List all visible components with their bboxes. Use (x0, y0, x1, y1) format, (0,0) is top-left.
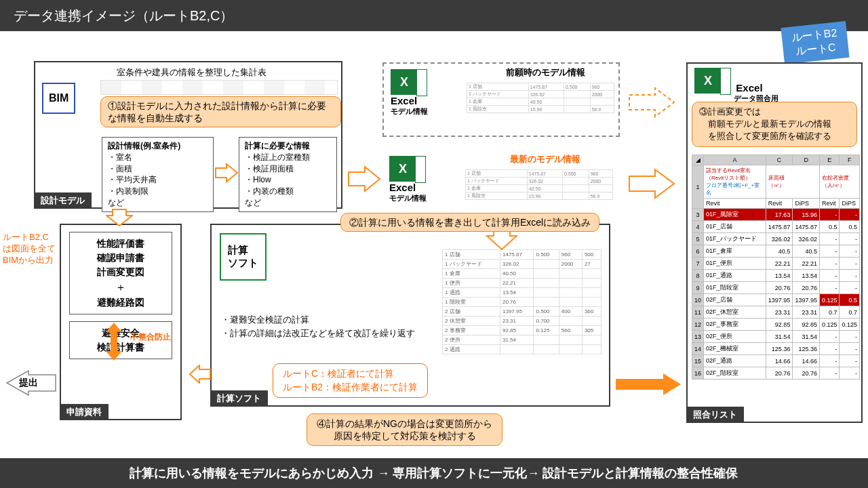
table-row: 301F_風除室17.6315.96-- (692, 209, 860, 221)
calc-box: 計算 ソフト (220, 233, 267, 281)
doc-box-1b: 避難経路図 (75, 296, 166, 310)
info2-title: 計算に必要な情報 (245, 141, 310, 150)
slide-footer: 計算に用いる情報をモデルにあらかじめ入力 → 専用計算ソフトに一元化→ 設計モデ… (0, 458, 868, 488)
info2-items: ・検証上の室種類 ・検証用面積 ・Hlow ・内装の種類 など (245, 152, 331, 209)
table-row: 1302F_便所31.5431.54-- (692, 331, 860, 343)
table-row: 901F_階段室20.7620.76-- (692, 282, 860, 294)
bim-subtitle: 室条件や建具の情報を整理した集計表 (117, 66, 267, 79)
sh0: Revit (704, 199, 766, 209)
verify-panel: X Excel データ照合用 ③計画変更では 前願モデルと最新モデルの情報 を照… (686, 62, 863, 423)
table-row: 1502F_通路14.6614.66-- (692, 355, 860, 367)
arrow-latest-to-verify (628, 168, 675, 199)
submit-label: 提出 (4, 369, 58, 396)
bim-table-thumb (100, 80, 338, 95)
excel-icon: X (694, 68, 722, 94)
doc-box-1-text: 性能評価書 確認申請書 計画変更図 (75, 237, 166, 279)
excel-sub2: モデル情報 (389, 193, 427, 203)
callout-3: ルートC：検証者にて計算 ルートB2：検証作業者にて計算 (273, 363, 428, 398)
callout-1: ①設計モデルに入力された設計情報から計算に必要な情報を自動生成する (100, 96, 341, 127)
excel-latest-box: X Excel モデル情報 最新のモデル情報 1 店舗1475.870.5009… (382, 150, 620, 221)
side-note: ルートB2,C は図面を全て BIMから出力 (3, 232, 56, 266)
callout-4: ④計算の結果がNGの場合は変更箇所から 原因を特定して対応策を検討する (307, 413, 502, 446)
excel-prev-box: X Excel モデル情報 前願時のモデル情報 1 店舗1475.870.500… (382, 62, 620, 137)
excel-prev-mini: 1 店舗1475.870.500960 1 バックヤード326.022000 1… (467, 83, 614, 113)
arrow-updown (102, 321, 126, 362)
table-row: 601F_倉庫40.540.5-- (692, 245, 860, 258)
verify-table: ◢ ACDEF 1 該当するRevit室名 （Revitリスト順）フロア番号2桁… (692, 155, 860, 380)
arrow-prev-to-verify (628, 87, 675, 118)
vh1: 該当するRevit室名 （Revitリスト順） (706, 167, 751, 181)
info-box-design: 設計情報(例.室条件) ・室名 ・面積 ・平均天井高 ・内装制限 など (102, 137, 214, 212)
arrow-calc-to-verify (614, 373, 682, 396)
slide-header: データ連携イメージ（ルートB2,C） (0, 0, 868, 31)
info-box-calc: 計算に必要な情報 ・検証上の室種類 ・検証用面積 ・Hlow ・内装の種類 など (239, 137, 337, 212)
vh1b: フロア番号2桁+F_+室名 (706, 182, 760, 196)
bim-box: BIM (42, 83, 75, 114)
doc-plus: ＋ (75, 279, 166, 296)
table-row: 801F_通路13.5413.54-- (692, 270, 860, 282)
table-row: 501F_バックヤード326.02326.02-- (692, 233, 860, 245)
calc-panel-label: 計算ソフト (210, 390, 268, 407)
info1-items: ・室名 ・面積 ・平均天井高 ・内装制限 など (108, 152, 208, 209)
sh3: Revit (819, 199, 840, 209)
sh1: Revit (766, 199, 793, 209)
bim-panel-label: 設計モデル (34, 192, 92, 209)
vh3: 在館者密度 （人/㎡） (822, 175, 849, 188)
calc-panel: 計算 ソフト ②計算に用いる情報を書き出して計算用Excelに読み込み ・避難安… (210, 224, 610, 407)
callout-5: ③計画変更では 前願モデルと最新モデルの情報 を照合して変更箇所を確認する (692, 102, 857, 147)
table-row: 1102F_休憩室23.3123.310.70.7 (692, 306, 860, 319)
arrow-bim-to-excel (347, 165, 381, 192)
table-row: 401F_店舗1475.871475.870.50.5 (692, 221, 860, 233)
slide-title: データ連携イメージ（ルートB2,C） (14, 7, 233, 25)
excel-sub: モデル情報 (391, 106, 428, 117)
table-row: 1402F_機械室125.36125.36-- (692, 343, 860, 355)
bim-panel: BIM 室条件や建具の情報を整理した集計表 ①設計モデルに入力された設計情報から… (34, 61, 342, 209)
docs-panel-label: 申請資料 (60, 404, 108, 420)
excel-label2: Excel (389, 182, 427, 193)
table-row: 701F_便所22.2122.21-- (692, 258, 860, 270)
table-row: 1602F_階段室20.7620.76-- (692, 367, 860, 380)
sh2: DiPS (793, 199, 820, 209)
sh4: DiPS (840, 199, 860, 209)
arrow-calc-to-doc (189, 365, 212, 384)
callout-2: ②計算に用いる情報を書き出して計算用Excelに読み込み (340, 213, 599, 232)
verify-panel-label: 照合リスト (686, 407, 744, 423)
excel-icon: X (391, 69, 418, 95)
calc-desc: ・避難安全検証の計算 ・計算の詳細は法改正などを経て改訂を繰り返す (221, 313, 415, 340)
excel-latest-title: 最新のモデル情報 (477, 153, 613, 165)
doc-box-1: 性能評価書 確認申請書 計画変更図 ＋ 避難経路図 (69, 232, 172, 314)
excel-latest-mini: 1 店舗1475.870.500960 1 バックヤード326.022000 1… (465, 169, 613, 200)
arrow-info (214, 163, 239, 183)
calc-mini-table: 1 店舗1475.870.500960500 1 バックヤード326.02200… (442, 249, 601, 354)
table-row: 1002F_店舗1397.951397.950.1250.5 (692, 294, 860, 306)
info1-title: 設計情報(例.室条件) (108, 141, 180, 150)
inconsistency-label: 不整合防止 (130, 331, 171, 343)
excel-label3: Excel (736, 82, 762, 94)
arrow-bim-down (106, 209, 133, 226)
excel-icon: X (389, 156, 416, 182)
table-row: 1202F_事務室92.8592.850.1250.125 (692, 319, 860, 331)
excel-label: Excel (391, 95, 428, 106)
route-tag: ルートB2 ルートC (781, 21, 850, 64)
excel-prev-title: 前願時のモデル情報 (479, 66, 612, 79)
submit-text: 提出 (19, 377, 38, 389)
vh2: 床面積 （㎡） (768, 175, 785, 188)
